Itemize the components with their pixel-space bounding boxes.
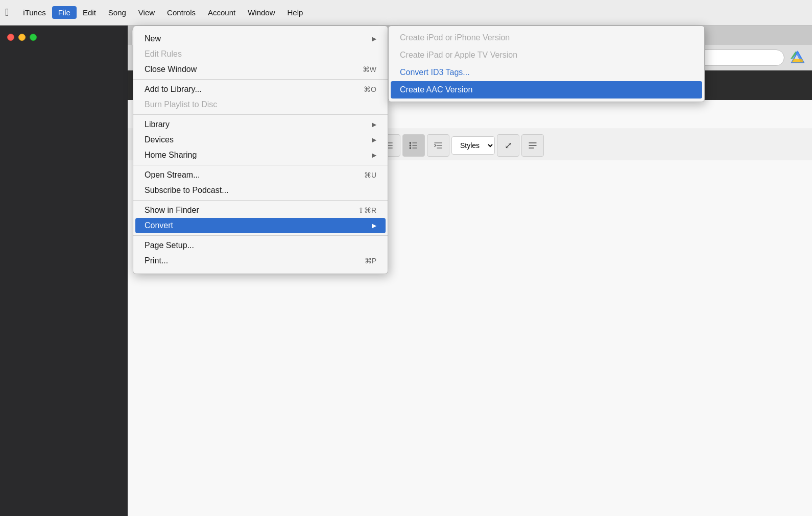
itunes-sidebar: [0, 26, 128, 516]
menu-file[interactable]: File: [52, 6, 77, 19]
menu-item-show-finder[interactable]: Show in Finder ⇧⌘R: [135, 203, 386, 218]
menu-item-close-window-label: Close Window: [145, 65, 197, 74]
menu-window[interactable]: Window: [242, 6, 281, 19]
menu-item-show-finder-label: Show in Finder: [145, 206, 199, 215]
styles-dropdown[interactable]: Styles: [451, 136, 495, 155]
menu-item-open-stream[interactable]: Open Stream... ⌘U: [135, 167, 386, 183]
open-stream-shortcut: ⌘U: [364, 171, 376, 179]
menu-view[interactable]: View: [132, 6, 161, 19]
submenu-ipad-label: Create iPad or Apple TV Version: [400, 51, 517, 60]
menu-item-new[interactable]: New ▶: [135, 31, 386, 46]
menu-item-convert-label: Convert: [145, 221, 173, 230]
align-button[interactable]: [521, 134, 544, 157]
menu-item-print-label: Print...: [145, 256, 168, 265]
menu-item-close-window[interactable]: Close Window ⌘W: [135, 62, 386, 77]
convert-submenu: Create iPod or iPhone Version Create iPa…: [388, 26, 705, 102]
menu-help[interactable]: Help: [281, 6, 309, 19]
new-arrow-icon: ▶: [372, 35, 376, 42]
menu-item-subscribe-podcast[interactable]: Subscribe to Podcast...: [135, 183, 386, 198]
menu-item-home-sharing-label: Home Sharing: [145, 151, 197, 160]
menu-item-burn-playlist: Burn Playlist to Disc: [135, 97, 386, 112]
menu-item-library[interactable]: Library ▶: [135, 117, 386, 132]
google-drive-icon[interactable]: [789, 48, 807, 67]
menu-song[interactable]: Song: [102, 6, 132, 19]
menu-item-subscribe-podcast-label: Subscribe to Podcast...: [145, 186, 229, 195]
menu-section-2: Add to Library... ⌘O Burn Playlist to Di…: [133, 80, 388, 115]
indent-button[interactable]: [427, 134, 449, 157]
menu-section-3: Library ▶ Devices ▶ Home Sharing ▶: [133, 115, 388, 165]
menu-controls[interactable]: Controls: [161, 6, 202, 19]
menu-section-6: Page Setup... Print... ⌘P: [133, 236, 388, 271]
submenu-item-id3-tags[interactable]: Convert ID3 Tags...: [391, 64, 702, 81]
expand-button[interactable]: ⤢: [497, 134, 519, 157]
menu-section-5: Show in Finder ⇧⌘R Convert ▶: [133, 201, 388, 236]
svg-point-21: [410, 148, 411, 149]
show-finder-shortcut: ⇧⌘R: [358, 206, 376, 214]
menu-item-library-label: Library: [145, 120, 170, 129]
add-library-shortcut: ⌘O: [364, 85, 376, 93]
menu-item-page-setup-label: Page Setup...: [145, 241, 194, 250]
svg-point-20: [410, 145, 411, 146]
submenu-id3-label: Convert ID3 Tags...: [400, 68, 470, 77]
menu-item-add-library-label: Add to Library...: [145, 85, 202, 94]
menu-itunes[interactable]: iTunes: [17, 6, 52, 19]
menu-item-devices-label: Devices: [145, 135, 174, 144]
menu-section-1: New ▶ Edit Rules Close Window ⌘W: [133, 29, 388, 80]
unordered-list-button[interactable]: [402, 134, 425, 157]
mac-menubar:  iTunes File Edit Song View Controls Ac…: [0, 0, 812, 26]
menu-item-edit-rules-label: Edit Rules: [145, 50, 182, 59]
minimize-window-button[interactable]: [18, 34, 26, 41]
menu-item-home-sharing[interactable]: Home Sharing ▶: [135, 148, 386, 163]
file-menu-dropdown: New ▶ Edit Rules Close Window ⌘W Add to …: [133, 26, 388, 274]
menu-item-add-library[interactable]: Add to Library... ⌘O: [135, 82, 386, 97]
svg-marker-3: [792, 59, 803, 62]
convert-arrow-icon: ▶: [372, 222, 376, 229]
svg-point-19: [410, 142, 411, 144]
print-shortcut: ⌘P: [365, 257, 376, 265]
menu-item-page-setup[interactable]: Page Setup...: [135, 238, 386, 253]
menu-item-burn-playlist-label: Burn Playlist to Disc: [145, 100, 217, 109]
devices-arrow-icon: ▶: [372, 136, 376, 143]
menu-item-open-stream-label: Open Stream...: [145, 170, 200, 180]
submenu-item-aac-version[interactable]: Create AAC Version: [391, 81, 702, 99]
menu-item-new-label: New: [145, 34, 161, 43]
fullscreen-window-button[interactable]: [30, 34, 37, 41]
menu-edit[interactable]: Edit: [77, 6, 102, 19]
library-arrow-icon: ▶: [372, 121, 376, 128]
close-window-button[interactable]: [7, 34, 14, 41]
menu-section-4: Open Stream... ⌘U Subscribe to Podcast..…: [133, 165, 388, 201]
menu-account[interactable]: Account: [202, 6, 242, 19]
apple-logo-icon[interactable]: : [5, 7, 9, 18]
menu-item-convert[interactable]: Convert ▶: [135, 218, 386, 233]
close-window-shortcut: ⌘W: [363, 65, 376, 73]
menu-item-print[interactable]: Print... ⌘P: [135, 253, 386, 268]
submenu-item-ipad-version: Create iPad or Apple TV Version: [391, 46, 702, 64]
home-sharing-arrow-icon: ▶: [372, 152, 376, 159]
submenu-item-ipod-version: Create iPod or iPhone Version: [391, 29, 702, 46]
traffic-lights: [0, 26, 128, 45]
menu-item-edit-rules: Edit Rules: [135, 46, 386, 62]
submenu-aac-label: Create AAC Version: [400, 85, 472, 94]
menu-item-devices[interactable]: Devices ▶: [135, 132, 386, 148]
submenu-ipod-label: Create iPod or iPhone Version: [400, 33, 510, 42]
